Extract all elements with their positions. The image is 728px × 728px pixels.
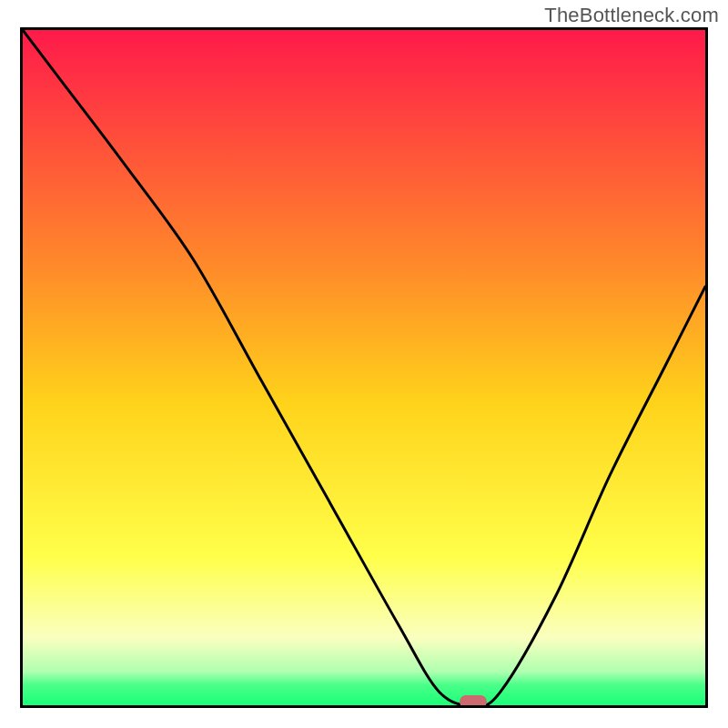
plot-frame xyxy=(20,27,708,708)
watermark-text: TheBottleneck.com xyxy=(544,4,719,27)
optimal-point-marker xyxy=(460,695,487,708)
chart-container: TheBottleneck.com xyxy=(0,0,728,728)
bottleneck-curve xyxy=(23,30,705,705)
